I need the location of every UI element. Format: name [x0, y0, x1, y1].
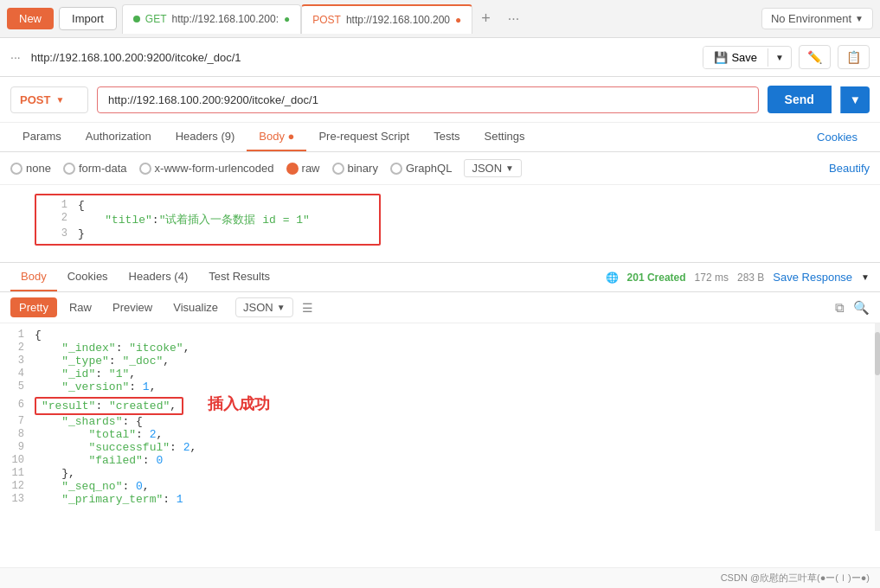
- new-button[interactable]: New: [7, 8, 54, 29]
- response-body: 1 { 2 "_index": "itcoke", 3 "_type": "_d…: [0, 323, 880, 531]
- sub-tab-visualize[interactable]: Visualize: [164, 297, 227, 317]
- save-dropdown-button[interactable]: ▼: [768, 48, 791, 67]
- save-response-chevron-icon: ▼: [861, 272, 870, 282]
- new-tab-button[interactable]: +: [472, 6, 499, 31]
- status-code: 201 Created: [627, 272, 686, 284]
- radio-urlencoded-circle: [139, 163, 151, 175]
- radio-raw[interactable]: raw: [286, 162, 320, 175]
- tab-get[interactable]: GET http://192.168.100.200: ●: [122, 4, 301, 34]
- request-line: POST ▼ Send ▼: [0, 77, 880, 123]
- radio-urlencoded[interactable]: x-www-form-urlencoded: [139, 162, 274, 175]
- radio-graphql-circle: [390, 163, 402, 175]
- request-tabs: Params Authorization Headers (9) Body ● …: [0, 123, 880, 152]
- radio-binary[interactable]: binary: [332, 162, 378, 175]
- resp-ln-5: 5: [0, 380, 35, 393]
- radio-form-data-circle: [63, 163, 75, 175]
- radio-form-data[interactable]: form-data: [63, 162, 127, 175]
- resp-line-1: 1 {: [0, 329, 870, 342]
- radio-none-circle: [10, 163, 22, 175]
- filter-icon[interactable]: ☰: [302, 301, 313, 315]
- radio-binary-circle: [332, 163, 344, 175]
- save-button[interactable]: 💾 Save: [703, 47, 768, 68]
- resp-ln-6: 6: [0, 399, 35, 411]
- send-button[interactable]: Send: [768, 86, 832, 113]
- resp-line-4: 4 "_id": "1",: [0, 368, 870, 380]
- resp-tab-headers[interactable]: Headers (4): [119, 263, 199, 291]
- edit-icon-button[interactable]: ✏️: [799, 45, 831, 69]
- result-highlight-box: "result": "created",: [35, 397, 183, 415]
- response-tabs: Body Cookies Headers (4) Test Results 🌐 …: [0, 263, 880, 292]
- resp-tab-test-results[interactable]: Test Results: [198, 263, 280, 291]
- tab-params[interactable]: Params: [10, 123, 74, 151]
- environment-selector[interactable]: No Environment ▼: [761, 8, 873, 29]
- copy-icon[interactable]: ⧉: [835, 300, 845, 316]
- footer-text: CSDN @欣慰的三叶草(●ー(ｌ)ー●): [721, 572, 870, 583]
- insert-success-label: 插入成功: [208, 395, 270, 412]
- resp-tab-cookies[interactable]: Cookies: [57, 263, 119, 291]
- tab-post-dot-indicator: ●: [455, 14, 461, 26]
- chevron-down-icon: ▼: [855, 14, 864, 23]
- method-label: POST: [20, 93, 50, 106]
- code-line-3: 3 }: [43, 227, 372, 240]
- send-dropdown-button[interactable]: ▼: [840, 86, 870, 113]
- tab-bar: GET http://192.168.100.200: ● POST http:…: [122, 4, 756, 34]
- response-sub-tabs: Pretty Raw Preview Visualize JSON ▼ ☰ ⧉ …: [0, 292, 880, 323]
- resp-ln-2: 2: [0, 342, 35, 354]
- tab-get-dot-indicator: ●: [284, 13, 290, 25]
- tab-headers[interactable]: Headers (9): [164, 123, 247, 151]
- resp-line-5: 5 "_version": 1,: [0, 380, 870, 393]
- save-group: 💾 Save ▼: [703, 46, 792, 69]
- resp-ln-9: 9: [0, 441, 35, 453]
- scrollbar-track[interactable]: [875, 323, 880, 531]
- resp-format-chevron-icon: ▼: [277, 303, 286, 312]
- save-icon: 💾: [714, 51, 728, 64]
- sub-tab-raw[interactable]: Raw: [61, 297, 100, 317]
- tab-post[interactable]: POST http://192.168.100.200 ●: [301, 4, 472, 34]
- line-number-2: 2: [43, 212, 78, 224]
- method-select[interactable]: POST ▼: [10, 86, 88, 113]
- tab-pre-request[interactable]: Pre-request Script: [306, 123, 421, 151]
- sub-tab-pretty[interactable]: Pretty: [10, 297, 57, 317]
- resp-ln-3: 3: [0, 355, 35, 367]
- code-line-1: 1 {: [43, 199, 372, 212]
- format-selector[interactable]: JSON ▼: [464, 159, 522, 177]
- sub-tab-preview[interactable]: Preview: [104, 297, 161, 317]
- url-bar: ··· http://192.168.100.200:9200/itcoke/_…: [0, 38, 880, 77]
- footer-bar: CSDN @欣慰的三叶草(●ー(ｌ)ー●): [0, 567, 880, 588]
- more-tabs-button[interactable]: ···: [499, 8, 528, 30]
- resp-tab-body[interactable]: Body: [10, 263, 57, 291]
- resp-line-3: 3 "_type": "_doc",: [0, 355, 870, 368]
- tab-settings[interactable]: Settings: [472, 123, 537, 151]
- url-input[interactable]: [97, 86, 759, 113]
- search-icon[interactable]: 🔍: [853, 300, 870, 316]
- import-button[interactable]: Import: [59, 7, 117, 30]
- resp-line-7: 7 "_shards": {: [0, 415, 870, 428]
- radio-none[interactable]: none: [10, 162, 51, 175]
- tab-tests[interactable]: Tests: [421, 123, 472, 151]
- tab-body[interactable]: Body ●: [247, 123, 306, 151]
- options-icon[interactable]: ···: [10, 50, 21, 64]
- tab-authorization[interactable]: Authorization: [74, 123, 164, 151]
- line-2-content: "title":"试着插入一条数据 id = 1": [78, 212, 372, 227]
- beautify-button[interactable]: Beautify: [829, 162, 870, 175]
- radio-graphql[interactable]: GraphQL: [390, 162, 452, 175]
- top-bar: New Import GET http://192.168.100.200: ●…: [0, 0, 880, 38]
- cookies-link[interactable]: Cookies: [805, 124, 870, 150]
- response-action-icons: ⧉ 🔍: [835, 300, 870, 316]
- resp-ln-1: 1: [0, 329, 35, 341]
- save-label: Save: [731, 51, 757, 64]
- response-format-selector[interactable]: JSON ▼: [235, 297, 293, 317]
- response-status-bar: 🌐 201 Created 172 ms 283 B Save Response…: [606, 271, 870, 284]
- resp-ln-8: 8: [0, 428, 35, 440]
- current-url-display: http://192.168.100.200:9200/itcoke/_doc/…: [31, 51, 697, 64]
- tab-get-url: http://192.168.100.200:: [172, 13, 279, 25]
- format-chevron-icon: ▼: [505, 163, 514, 173]
- env-label: No Environment: [771, 12, 851, 25]
- resp-line-9: 9 "successful": 2,: [0, 441, 870, 454]
- share-icon-button[interactable]: 📋: [838, 45, 870, 69]
- resp-ln-11: 11: [0, 467, 35, 479]
- tab-get-method: GET: [145, 13, 167, 25]
- scrollbar-thumb[interactable]: [875, 332, 880, 375]
- body-highlighted-box: 1 { 2 "title":"试着插入一条数据 id = 1" 3 }: [35, 194, 381, 246]
- save-response-button[interactable]: Save Response: [773, 271, 852, 284]
